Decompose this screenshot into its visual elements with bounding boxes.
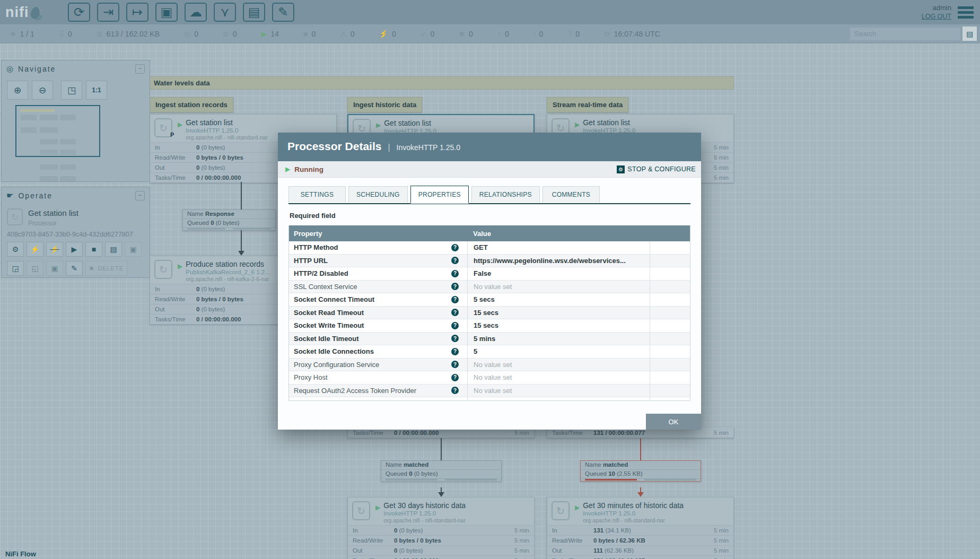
help-icon[interactable]: ?	[451, 244, 459, 251]
tab-settings[interactable]: SETTINGS	[288, 186, 346, 203]
birdseye-minimap[interactable]	[2, 105, 150, 184]
processor-bundle: org.apache.nifi - nifi-standard-nar	[583, 517, 684, 524]
status-queued: ≣613 / 162.02 KB	[97, 30, 160, 38]
compass-icon: ◎	[6, 64, 13, 74]
processor-type: InvokeHTTP 1.25.0	[186, 127, 268, 134]
stop-and-configure-button[interactable]: ⚙ STOP & CONFIGURE	[617, 165, 696, 173]
property-name: HTTP URL	[289, 257, 451, 265]
bulletin-board-button[interactable]: ▤	[962, 27, 977, 41]
help-icon[interactable]: ?	[451, 361, 459, 368]
canvas-label-ingest-station-records[interactable]: Ingest station records	[150, 97, 233, 112]
selected-component-id: 408c9703-8457-33b0-9c4d-432dd6277807	[2, 228, 150, 239]
collapse-navigate-button[interactable]: −	[135, 64, 145, 74]
funnel-icon[interactable]: ⋎	[214, 3, 236, 22]
help-icon[interactable]: ?	[451, 270, 459, 277]
template-icon[interactable]: ▤	[243, 3, 265, 22]
enable-button[interactable]: ⚡	[27, 242, 43, 257]
processor-stats-row: In131 (34.1 KB)5 min	[547, 525, 733, 535]
help-icon[interactable]: ?	[451, 283, 459, 290]
property-help: ?	[451, 244, 467, 251]
status-refresh[interactable]: ⟳16:07:48 UTC	[604, 30, 660, 38]
status-invalid-value: 0	[351, 30, 355, 38]
canvas-label-water-levels[interactable]: Water levels data	[150, 76, 734, 90]
create-template-icon: ▤	[110, 245, 117, 254]
disabled-icon: ⚡	[379, 30, 388, 38]
ok-button[interactable]: OK	[646, 414, 701, 430]
processor-get-30-minutes-historic-data[interactable]: ↻▶Get 30 minutes of historic dataInvokeH…	[547, 497, 734, 559]
property-help: ?	[451, 270, 467, 277]
help-icon[interactable]: ?	[451, 309, 459, 316]
running-status-label: Running	[294, 165, 323, 173]
start-button[interactable]: ▶	[66, 242, 83, 257]
global-menu-button[interactable]	[958, 4, 974, 21]
label-icon[interactable]: ✎	[272, 3, 294, 22]
processor-icon[interactable]: ⟳	[68, 3, 90, 22]
processor-get-30-days-historic-data[interactable]: ↻▶Get 30 days historic dataInvokeHTTP 1.…	[347, 497, 535, 559]
status-transmitting-value: 0	[194, 30, 198, 38]
group-icon: ▣	[129, 245, 136, 254]
property-value: GET	[467, 241, 650, 254]
trash-icon: ✖	[89, 265, 94, 272]
transmitting-icon: ◎	[184, 30, 190, 38]
property-help: ?	[451, 387, 467, 394]
tab-comments[interactable]: COMMENTS	[542, 186, 600, 203]
remote-process-group-icon[interactable]: ☁	[185, 3, 207, 22]
tab-scheduling[interactable]: SCHEDULING	[348, 186, 408, 203]
canvas-label-ingest-historic-data[interactable]: Ingest historic data	[347, 97, 422, 112]
help-icon[interactable]: ?	[451, 296, 459, 303]
group-button[interactable]: ▣	[125, 242, 142, 257]
delete-button[interactable]: ✖DELETE	[85, 261, 127, 276]
connection-label-matched-1[interactable]: Name matched Queued 0 (0 bytes)	[381, 460, 502, 482]
status-disabled: ⚡0	[379, 30, 396, 38]
help-icon[interactable]: ?	[451, 322, 459, 329]
canvas-label-stream-real-time-data[interactable]: Stream real-time data	[547, 97, 628, 112]
change-color-button[interactable]: ✎	[66, 261, 83, 276]
property-value: 5 secs	[467, 293, 650, 306]
create-template-button[interactable]: ▤	[105, 242, 122, 257]
nifi-logo: nifi	[5, 4, 58, 21]
logout-link[interactable]: LOG OUT	[922, 12, 951, 21]
help-icon[interactable]: ?	[451, 374, 459, 381]
help-icon[interactable]: ?	[451, 348, 459, 355]
property-value: 5	[467, 345, 650, 358]
start-icon: ▶	[72, 245, 77, 254]
zoom-fit-button[interactable]: ◳	[61, 81, 82, 100]
tab-properties[interactable]: PROPERTIES	[410, 186, 469, 204]
stop-button[interactable]: ■	[85, 242, 102, 257]
zoom-actual-size-button[interactable]: 1:1	[86, 81, 107, 100]
breadcrumb[interactable]: NiFi Flow	[5, 550, 36, 558]
processor-stats-row: Tasks/Time131 / 00:00:06.6975 min	[547, 555, 733, 559]
dialog-header: Processor Details | InvokeHTTP 1.25.0	[278, 133, 701, 161]
status-locally-modified-value: 0	[469, 30, 473, 38]
property-value: 15 secs	[467, 319, 650, 332]
zoom-out-button[interactable]: ⊖	[32, 81, 53, 100]
tab-relationships[interactable]: RELATIONSHIPS	[471, 186, 540, 203]
processor-stats-row: Out111 (62.36 KB)5 min	[547, 545, 733, 555]
search-input[interactable]	[850, 28, 960, 40]
zoom-in-button[interactable]: ⊕	[7, 81, 28, 100]
help-icon[interactable]: ?	[451, 387, 459, 394]
paste-button[interactable]: ◱	[27, 261, 43, 276]
help-icon[interactable]: ?	[451, 335, 459, 342]
help-icon[interactable]: ?	[451, 257, 459, 264]
copy-button[interactable]: ◲	[7, 261, 24, 276]
connection-label-matched-2[interactable]: Name matched Queued 10 (2.55 KB)	[580, 460, 701, 482]
input-port-icon[interactable]: ⇥	[97, 3, 119, 22]
disable-button[interactable]: ⚡	[46, 242, 63, 257]
process-group-icon[interactable]: ▣	[155, 3, 178, 22]
stop-icon: ■	[92, 245, 96, 254]
connection-label-response[interactable]: Name Response Queued 0 (0 bytes)	[182, 209, 276, 231]
processor-title: Get station list	[186, 118, 268, 127]
processor-icon: ↻	[352, 501, 370, 520]
property-name: HTTP Method	[289, 243, 451, 251]
property-value: No value set	[467, 385, 650, 397]
group-selection-button[interactable]: ▣	[46, 261, 63, 276]
running-status-icon: ▶	[285, 165, 290, 173]
configure-button[interactable]: ⚙	[7, 242, 24, 257]
selected-component-name: Get station list	[28, 208, 78, 218]
status-queued-value: 613 / 162.02 KB	[107, 30, 160, 38]
output-port-icon[interactable]: ↦	[126, 3, 148, 22]
collapse-operate-button[interactable]: −	[135, 191, 145, 200]
property-row: Proxy Configuration Service?No value set	[289, 359, 690, 372]
dialog-status-bar: ▶ Running ⚙ STOP & CONFIGURE	[278, 161, 701, 178]
